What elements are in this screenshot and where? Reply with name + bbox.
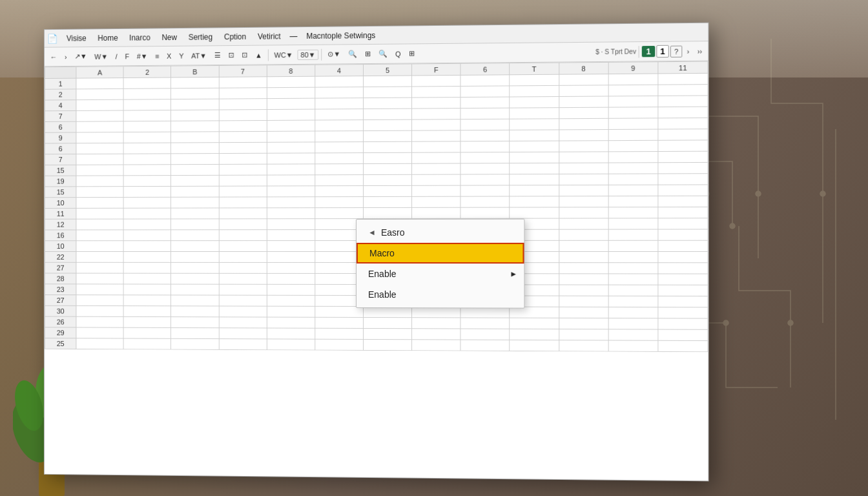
cell-r1-c4[interactable]	[267, 87, 315, 98]
cell-r19-c2[interactable]	[171, 284, 219, 295]
cell-r2-c12[interactable]	[658, 96, 708, 107]
cell-r3-c10[interactable]	[559, 107, 608, 119]
cell-r23-c1[interactable]	[123, 327, 171, 338]
cell-r22-c10[interactable]	[559, 318, 608, 329]
cell-r23-c4[interactable]	[267, 328, 315, 339]
cell-r8-c4[interactable]	[267, 164, 315, 175]
menu-sertieg[interactable]: Sertieg	[183, 31, 218, 43]
cell-r18-c10[interactable]	[559, 274, 608, 285]
cell-r9-c1[interactable]	[123, 176, 171, 187]
cell-r11-c6[interactable]	[363, 196, 411, 207]
cell-r6-c6[interactable]	[363, 141, 411, 152]
cell-r16-c1[interactable]	[123, 252, 171, 263]
cell-r19-c11[interactable]	[608, 285, 658, 296]
cell-r7-c0[interactable]	[76, 154, 123, 165]
cell-r14-c0[interactable]	[76, 230, 123, 241]
cell-r8-c12[interactable]	[658, 162, 708, 174]
cell-r2-c7[interactable]	[412, 98, 461, 109]
cell-r22-c12[interactable]	[658, 318, 708, 329]
cell-r17-c1[interactable]	[123, 262, 171, 273]
cell-r11-c2[interactable]	[171, 197, 219, 208]
cell-r24-c2[interactable]	[171, 338, 219, 349]
f-btn[interactable]: F	[122, 51, 132, 61]
help-btn[interactable]: ?	[670, 45, 683, 57]
cell-r7-c6[interactable]	[363, 152, 411, 163]
cell-r24-c5[interactable]	[315, 339, 364, 350]
cell-r17-c0[interactable]	[76, 262, 123, 273]
cell-r13-c3[interactable]	[219, 219, 267, 230]
cell-r10-c0[interactable]	[76, 187, 123, 198]
cell-r3-c0[interactable]	[76, 110, 123, 121]
cell-r21-c10[interactable]	[559, 307, 608, 318]
cell-r0-c5[interactable]	[315, 76, 364, 88]
hash-btn[interactable]: #▼	[134, 51, 150, 61]
cell-r2-c11[interactable]	[608, 96, 658, 107]
cell-r0-c11[interactable]	[608, 74, 658, 85]
cell-r5-c12[interactable]	[658, 129, 708, 141]
cell-r13-c1[interactable]	[123, 219, 171, 230]
cell-r15-c12[interactable]	[658, 240, 708, 251]
cell-r10-c6[interactable]	[363, 185, 411, 196]
cell-r8-c9[interactable]	[510, 163, 559, 174]
cell-r18-c3[interactable]	[219, 273, 267, 284]
cell-r6-c5[interactable]	[315, 142, 364, 153]
cell-r1-c11[interactable]	[608, 85, 658, 96]
cell-r8-c6[interactable]	[363, 163, 411, 174]
cell-r23-c6[interactable]	[363, 328, 411, 339]
cell-r2-c2[interactable]	[171, 99, 219, 110]
cell-r13-c11[interactable]	[608, 218, 658, 229]
cell-r14-c12[interactable]	[658, 229, 708, 240]
cell-r12-c4[interactable]	[267, 208, 315, 219]
y-btn[interactable]: Y	[176, 50, 187, 61]
cell-r7-c2[interactable]	[171, 154, 219, 165]
cell-r21-c11[interactable]	[608, 307, 658, 318]
cell-r19-c4[interactable]	[267, 284, 315, 295]
cell-r3-c7[interactable]	[412, 108, 461, 120]
cell-r22-c2[interactable]	[171, 317, 219, 328]
cell-r20-c2[interactable]	[171, 295, 219, 306]
cell-r12-c12[interactable]	[658, 207, 708, 218]
cell-r4-c3[interactable]	[219, 120, 267, 131]
cell-r17-c12[interactable]	[658, 263, 708, 274]
cell-r3-c8[interactable]	[460, 108, 510, 119]
cell-r18-c12[interactable]	[658, 274, 708, 285]
cell-r17-c2[interactable]	[171, 262, 219, 273]
cell-r5-c5[interactable]	[315, 131, 364, 142]
cell-r11-c0[interactable]	[76, 197, 123, 208]
cell-r1-c5[interactable]	[315, 87, 364, 99]
cell-r4-c1[interactable]	[123, 121, 171, 132]
cell-r24-c10[interactable]	[559, 340, 608, 351]
wc-btn[interactable]: WC▼	[271, 50, 296, 60]
cell-r13-c10[interactable]	[559, 218, 608, 229]
cell-r5-c7[interactable]	[412, 130, 461, 141]
cell-r6-c2[interactable]	[171, 143, 219, 154]
cell-r1-c7[interactable]	[412, 86, 461, 98]
cell-r21-c12[interactable]	[658, 307, 708, 318]
cell-r15-c3[interactable]	[219, 241, 267, 252]
more-btn[interactable]: ››	[694, 46, 706, 56]
cell-r14-c2[interactable]	[171, 230, 219, 241]
cell-r12-c0[interactable]	[76, 208, 123, 219]
cell-r24-c3[interactable]	[219, 339, 267, 350]
cell-r12-c6[interactable]	[363, 207, 411, 218]
col-4[interactable]: 4	[315, 65, 364, 77]
cell-r20-c11[interactable]	[608, 296, 658, 307]
cell-r12-c8[interactable]	[460, 207, 510, 218]
cell-r7-c9[interactable]	[510, 152, 559, 163]
cell-r15-c1[interactable]	[123, 241, 171, 252]
cell-r2-c6[interactable]	[363, 98, 411, 109]
cell-r1-c3[interactable]	[219, 88, 267, 99]
cell-r0-c8[interactable]	[460, 75, 510, 87]
cell-r2-c4[interactable]	[267, 98, 315, 109]
cell-r24-c4[interactable]	[267, 339, 315, 350]
grid-btn2[interactable]: ⊡	[225, 50, 238, 61]
col-11[interactable]: 11	[658, 61, 708, 74]
cell-r2-c9[interactable]	[510, 96, 559, 108]
cell-r20-c12[interactable]	[658, 296, 708, 307]
cell-r12-c2[interactable]	[171, 208, 219, 219]
cell-r22-c3[interactable]	[219, 317, 267, 328]
cell-r7-c5[interactable]	[315, 153, 364, 164]
cell-r10-c4[interactable]	[267, 186, 315, 197]
cell-r3-c5[interactable]	[315, 109, 364, 120]
cell-r19-c1[interactable]	[123, 284, 171, 295]
